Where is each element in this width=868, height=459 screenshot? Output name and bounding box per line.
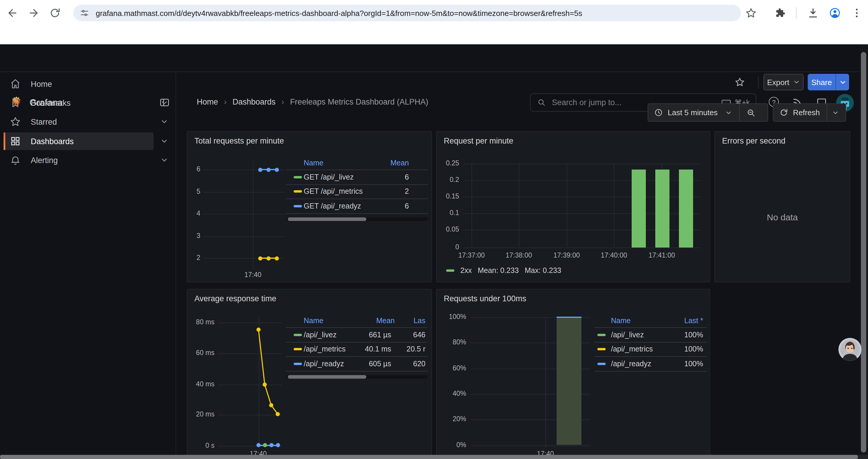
data-point	[267, 167, 271, 172]
legend-row[interactable]: GET /api/_metrics 2	[286, 184, 428, 198]
legend-row[interactable]: GET /api/_livez 6	[286, 169, 428, 184]
legend-scrollbar[interactable]	[286, 217, 428, 221]
gridline-h	[463, 164, 701, 164]
no-data-message: No data	[715, 212, 850, 222]
grafana-header: Grafana Home › Dashboards › Freeleaps Me…	[0, 44, 868, 72]
share-button[interactable]: Share	[808, 74, 836, 90]
legend-header-mean[interactable]: Mean	[356, 316, 395, 325]
y-tick: 60%	[437, 364, 466, 371]
gridline-v	[519, 164, 519, 247]
chevron-down-icon	[839, 78, 846, 86]
sidebar-item-home[interactable]: Home	[4, 75, 154, 93]
sidebar-item-label: Home	[31, 79, 52, 88]
downloads-icon[interactable]	[807, 7, 819, 19]
bookmark-icon	[9, 97, 21, 109]
bar-2xx	[679, 169, 693, 247]
sidebar-item-dashboards[interactable]: Dashboards	[4, 132, 154, 150]
series-color-swatch	[294, 176, 302, 178]
legend-row[interactable]: /api/_metrics 100%	[594, 342, 707, 356]
clock-icon	[654, 108, 663, 117]
legend-header-last[interactable]: Last *	[669, 316, 707, 325]
series-last: 100%	[669, 345, 707, 354]
series-name: /api/_readyz	[304, 360, 354, 368]
series-max: Max: 0.233	[525, 266, 561, 275]
browser-toolbar	[0, 0, 868, 26]
y-tick: 0.25	[437, 160, 459, 167]
legend-row[interactable]: /api/_metrics 40.1 ms 20.5 r	[286, 342, 428, 356]
panel-title[interactable]: Errors per second	[722, 136, 785, 145]
refresh-label[interactable]: Refresh	[793, 108, 820, 117]
x-tick: 17:40:00	[596, 252, 632, 259]
legend-row[interactable]: /api/_livez 100%	[594, 327, 707, 342]
series-last: 620	[391, 360, 428, 368]
sidebar-expand-dashboards[interactable]	[157, 132, 172, 150]
legend-scrollbar[interactable]	[286, 375, 428, 379]
vertical-scrollbar	[860, 44, 868, 459]
legend-row[interactable]: GET /api/_readyz 6	[286, 198, 428, 214]
legend-row[interactable]: /api/_livez 661 µs 646	[286, 327, 428, 342]
legend-header-name[interactable]: Name	[611, 316, 669, 325]
panel-title[interactable]: Requests under 100ms	[444, 294, 526, 303]
gridline-h	[203, 214, 285, 215]
chevron-down-icon[interactable]	[725, 109, 732, 116]
legend-header-name[interactable]: Name	[304, 316, 356, 325]
panel-title[interactable]: Request per minute	[444, 136, 514, 145]
site-settings-icon[interactable]	[80, 8, 89, 18]
browser-back-icon[interactable]	[6, 7, 18, 19]
refresh-interval-chevron-icon[interactable]	[832, 109, 839, 116]
panel-title[interactable]: Total requests per minute	[194, 136, 284, 145]
breadcrumb-dashboards[interactable]: Dashboards	[232, 97, 276, 106]
series-name: /api/_metrics	[611, 345, 669, 354]
x-tick: 17:38:00	[501, 252, 536, 259]
series-color-swatch	[294, 348, 302, 351]
browser-reload-icon[interactable]	[49, 7, 61, 19]
legend-header-name[interactable]: Name	[304, 159, 371, 167]
floating-assistant-avatar[interactable]	[838, 338, 862, 361]
url-bar[interactable]	[73, 5, 741, 21]
data-point	[269, 443, 273, 447]
legend-table: Name Last * /api/_livez 100% /api/_metri…	[594, 314, 707, 371]
data-point	[275, 256, 279, 260]
horizontal-scrollbar-thumb[interactable]	[0, 455, 858, 459]
extensions-icon[interactable]	[774, 7, 786, 19]
x-tick: 17:41:00	[644, 252, 680, 259]
series-name: GET /api/_livez	[304, 173, 371, 182]
url-input[interactable]	[95, 8, 711, 18]
panel-average-response-time: Average response time 80 ms 60 ms 40 ms …	[187, 289, 432, 459]
sidebar-expand-starred[interactable]	[157, 113, 172, 131]
dashboard-star-icon[interactable]	[735, 77, 745, 88]
y-tick: 0.2	[437, 176, 459, 183]
time-range-label[interactable]: Last 5 minutes	[668, 108, 718, 117]
legend-row[interactable]: 2xx Mean: 0.233 Max: 0.233	[446, 266, 561, 275]
sidebar-expand-alerting[interactable]	[157, 151, 172, 169]
browser-forward-icon[interactable]	[28, 7, 39, 19]
sidebar-item-alerting[interactable]: Alerting	[4, 151, 154, 169]
x-tick: 17:39:00	[549, 252, 584, 259]
sidebar-item-starred[interactable]: Starred	[4, 113, 154, 131]
data-point	[258, 256, 262, 260]
y-tick: 100%	[437, 313, 466, 320]
legend-row[interactable]: /api/_readyz 605 µs 620	[286, 356, 428, 371]
profile-avatar-icon[interactable]	[829, 7, 841, 19]
share-menu-button[interactable]	[836, 74, 849, 90]
legend-header: Name Last *	[594, 314, 707, 327]
sidebar-expand-bookmarks[interactable]	[157, 94, 172, 112]
vertical-scrollbar-thumb[interactable]	[861, 52, 866, 453]
legend-header-mean[interactable]: Mean	[371, 159, 409, 167]
group-divider	[826, 104, 827, 121]
data-point	[256, 443, 260, 447]
browser-menu-icon[interactable]	[851, 7, 863, 19]
y-tick: 6	[187, 165, 200, 172]
breadcrumb-home[interactable]: Home	[197, 97, 218, 106]
zoom-out-icon[interactable]	[746, 108, 755, 117]
y-tick: 0.05	[437, 226, 459, 233]
legend-header-last[interactable]: Las	[395, 316, 428, 325]
y-tick: 0	[437, 243, 459, 250]
legend-row[interactable]: /api/_readyz 100%	[594, 356, 707, 371]
export-button[interactable]: Export	[764, 74, 804, 90]
data-point	[275, 167, 279, 172]
time-range-group: Last 5 minutes	[648, 103, 768, 122]
gridline-v	[567, 164, 567, 247]
bookmark-star-icon[interactable]	[745, 7, 757, 19]
sidebar-item-bookmarks[interactable]: Bookmarks	[4, 94, 154, 112]
